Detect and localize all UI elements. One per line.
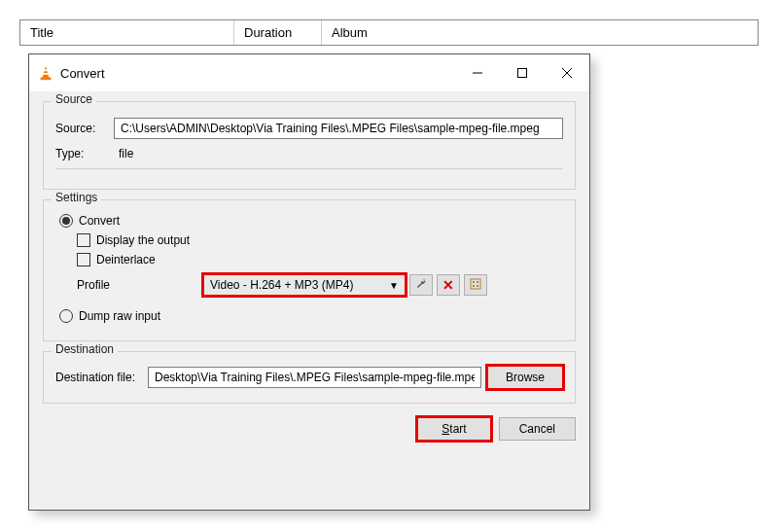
cancel-button[interactable]: Cancel — [499, 417, 576, 441]
settings-legend: Settings — [52, 191, 101, 204]
chevron-down-icon: ▼ — [389, 280, 399, 291]
destination-fieldset: Destination Destination file: Browse — [43, 351, 576, 404]
svg-rect-1 — [43, 73, 49, 75]
deinterlace-checkbox[interactable] — [77, 253, 90, 266]
profile-value: Video - H.264 + MP3 (MP4) — [210, 278, 354, 292]
svg-rect-0 — [43, 69, 48, 71]
convert-radio[interactable] — [59, 214, 73, 228]
window-controls — [455, 58, 589, 88]
convert-radio-row[interactable]: Convert — [59, 214, 563, 228]
dump-label: Dump raw input — [79, 309, 160, 323]
svg-rect-7 — [471, 279, 480, 289]
x-icon: ✕ — [442, 277, 454, 293]
source-label: Source: — [55, 122, 114, 135]
convert-label: Convert — [79, 214, 120, 228]
deinterlace-label: Deinterlace — [96, 253, 156, 266]
destination-label: Destination file: — [55, 371, 148, 384]
settings-fieldset: Settings Convert Display the output Dein… — [43, 199, 576, 341]
close-button[interactable] — [545, 58, 589, 88]
deinterlace-row[interactable]: Deinterlace — [77, 253, 563, 266]
new-profile-button[interactable] — [464, 274, 487, 296]
svg-rect-2 — [41, 78, 52, 81]
edit-profile-button[interactable] — [409, 274, 433, 296]
divider — [55, 168, 563, 169]
destination-legend: Destination — [52, 342, 118, 356]
convert-dialog: Convert Source Source: Type: file Settin… — [28, 53, 590, 511]
column-duration[interactable]: Duration — [234, 20, 322, 45]
column-album[interactable]: Album — [322, 20, 758, 45]
display-output-label: Display the output — [96, 233, 190, 247]
svg-rect-11 — [477, 285, 478, 287]
svg-rect-10 — [473, 285, 475, 287]
profile-label: Profile — [77, 278, 203, 292]
type-value: file — [114, 147, 133, 160]
maximize-button[interactable] — [500, 58, 545, 88]
svg-rect-8 — [473, 281, 475, 283]
source-legend: Source — [52, 92, 96, 106]
dump-radio-row[interactable]: Dump raw input — [59, 309, 563, 323]
source-input[interactable] — [114, 118, 563, 139]
new-icon — [469, 277, 482, 294]
display-output-row[interactable]: Display the output — [77, 233, 563, 247]
dump-radio[interactable] — [59, 309, 73, 323]
titlebar: Convert — [29, 54, 589, 91]
svg-rect-4 — [518, 69, 527, 78]
dialog-buttons: Start Cancel — [29, 409, 589, 450]
delete-profile-button[interactable]: ✕ — [437, 274, 460, 296]
dialog-title: Convert — [60, 66, 455, 81]
vlc-cone-icon — [37, 64, 54, 82]
browse-button[interactable]: Browse — [487, 366, 563, 389]
playlist-header: Title Duration Album — [19, 19, 759, 46]
minimize-button[interactable] — [455, 58, 500, 88]
wrench-icon — [414, 277, 428, 294]
start-button[interactable]: Start — [417, 417, 490, 441]
display-output-checkbox[interactable] — [77, 233, 90, 247]
start-rest: tart — [449, 422, 466, 436]
svg-rect-9 — [477, 281, 478, 283]
source-fieldset: Source Source: Type: file — [43, 101, 576, 190]
type-label: Type: — [55, 147, 114, 160]
profile-row: Profile Video - H.264 + MP3 (MP4) ▼ ✕ — [77, 274, 563, 296]
destination-input[interactable] — [148, 367, 481, 388]
column-title[interactable]: Title — [20, 20, 234, 45]
profile-dropdown[interactable]: Video - H.264 + MP3 (MP4) ▼ — [203, 274, 406, 296]
